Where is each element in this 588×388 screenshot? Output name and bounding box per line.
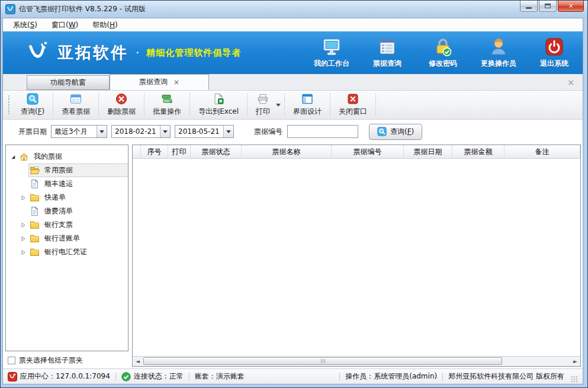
title-bar: 信管飞票据打印软件 V8.5.229 - 试用版 ✕	[1, 1, 587, 18]
tree-item-6[interactable]: 银行电汇凭证	[6, 245, 128, 259]
scrollbar-track[interactable]	[143, 357, 570, 366]
tree-connector	[20, 209, 26, 214]
tab-strip: 功能导航窗票据查询××	[3, 74, 583, 90]
menu-item-2[interactable]: 帮助(H)	[87, 19, 123, 31]
home-icon	[19, 152, 29, 162]
toolbar-button-inner: 关闭窗口	[334, 93, 372, 117]
minimize-button[interactable]	[520, 1, 538, 12]
folder-icon	[30, 233, 40, 243]
header-action-1[interactable]: 票据查询	[368, 37, 406, 69]
minimize-icon	[526, 7, 532, 9]
ticket-number-input[interactable]	[287, 125, 358, 138]
column-header-1[interactable]: 打印	[168, 145, 191, 158]
chevron-down-icon[interactable]	[276, 104, 281, 107]
toolbar-button-label: 批量操作	[153, 107, 181, 117]
column-header-7[interactable]: 备注	[505, 145, 580, 158]
toolbar-button-6[interactable]: 界面设计	[285, 91, 330, 119]
tree-item-2[interactable]: 快递单	[6, 191, 128, 204]
header-action-3[interactable]: 更换操作员	[480, 37, 518, 69]
power-icon	[544, 37, 564, 57]
toolbar-button-4[interactable]: 导出到Excel	[190, 91, 247, 119]
toolbar-button-1[interactable]: 查看票据	[53, 91, 98, 119]
scrollbar-thumb[interactable]	[143, 357, 502, 365]
document-icon	[30, 206, 40, 216]
include-subfolder-checkbox[interactable]	[8, 357, 15, 364]
toolbar-button-0[interactable]: 查询(F)	[12, 91, 53, 119]
toolbar-button-5[interactable]: 打印	[248, 91, 284, 119]
toolbar-button-3[interactable]: 批量操作	[144, 91, 189, 119]
tree-item-3[interactable]: 缴费清单	[6, 204, 128, 218]
column-header-0[interactable]: 序号	[141, 145, 168, 158]
folder-tree: 我的票据常用票据顺丰速运快递单缴费清单银行支票银行进账单银行电汇凭证	[5, 145, 128, 351]
date-to-dropdown-button[interactable]	[223, 126, 233, 137]
window-controls: ✕	[520, 1, 584, 12]
toolbar-button-7[interactable]: 关闭窗口	[330, 91, 375, 119]
date-from-select[interactable]: 2018-02-21	[111, 125, 171, 138]
tree-item-content: 银行进账单	[29, 232, 128, 245]
header-actions: 我的工作台票据查询修改密码更换操作员退出系统	[313, 37, 577, 69]
tree-expander-closed-icon[interactable]	[20, 195, 26, 201]
scroll-right-icon[interactable]: ►	[570, 357, 580, 366]
column-header-4[interactable]: 票据编号	[332, 145, 404, 158]
tree-item-label: 快递单	[43, 192, 68, 203]
tab-0[interactable]: 功能导航窗	[27, 75, 110, 90]
closewin-icon	[347, 93, 359, 105]
header-action-4[interactable]: 退出系统	[535, 37, 573, 69]
date-to-select[interactable]: 2018-05-21	[175, 125, 234, 138]
header-action-label: 修改密码	[429, 59, 457, 69]
column-header-3[interactable]: 票据名称	[242, 145, 332, 158]
statusbar-item-label: 操作员：系统管理员(admin)	[345, 371, 437, 381]
tree-item-content: 快递单	[29, 191, 128, 204]
toolbar-button-inner: 导出到Excel	[194, 93, 243, 117]
tree-root-item[interactable]: 我的票据	[6, 150, 128, 163]
main-area: 我的票据常用票据顺丰速运快递单缴费清单银行支票银行进账单银行电汇凭证 票夹选择包…	[3, 143, 583, 368]
toolbar-button-inner: 删除票据	[102, 93, 140, 117]
search-icon	[377, 127, 387, 136]
column-header-2[interactable]: 票据状态	[191, 145, 242, 158]
toolbar-button-inner: 查询(F)	[16, 93, 49, 117]
date-from-value: 2018-02-21	[112, 126, 160, 137]
header-action-0[interactable]: 我的工作台	[313, 37, 351, 69]
menu-item-0[interactable]: 系统(S)	[8, 19, 43, 31]
toolbar-grip[interactable]	[7, 95, 11, 114]
tree-item-1[interactable]: 顺丰速运	[6, 177, 128, 191]
client-area: 系统(S)窗口(W)帮助(H) 亚拓软件 · 精细化管理软件倡导者 我的工作台票…	[2, 18, 583, 384]
date-filter-label: 开票日期	[18, 127, 47, 137]
tree-expander-closed-icon[interactable]	[20, 249, 26, 255]
tree-expander-closed-icon[interactable]	[20, 236, 26, 242]
menu-bar: 系统(S)窗口(W)帮助(H)	[3, 18, 583, 31]
tree-expander-closed-icon[interactable]	[20, 222, 26, 228]
date-range-select[interactable]: 最近3个月	[51, 125, 107, 138]
date-range-dropdown-button[interactable]	[97, 126, 107, 137]
maximize-icon	[545, 4, 551, 8]
maximize-button[interactable]	[539, 1, 557, 12]
resize-grip-icon[interactable]	[571, 376, 578, 383]
statusbar-separator	[442, 373, 443, 381]
tabstrip-close-icon[interactable]: ×	[567, 78, 574, 86]
tab-1[interactable]: 票据查询×	[110, 74, 209, 90]
header-action-2[interactable]: 修改密码	[424, 37, 462, 69]
tree-item-0[interactable]: 常用票据	[6, 163, 128, 177]
date-from-dropdown-button[interactable]	[160, 126, 170, 137]
tree-item-4[interactable]: 银行支票	[6, 218, 128, 232]
print-icon	[257, 93, 269, 105]
column-header-6[interactable]: 票据金额	[452, 145, 505, 158]
tree-item-5[interactable]: 银行进账单	[6, 232, 128, 245]
application-window: 信管飞票据打印软件 V8.5.229 - 试用版 ✕ 系统(S)窗口(W)帮助(…	[0, 0, 588, 388]
query-button[interactable]: 查询(F)	[369, 124, 422, 140]
tree-root-label: 我的票据	[32, 151, 64, 162]
query-button-label: 查询(F)	[390, 127, 414, 137]
toolbar-button-2[interactable]: 删除票据	[99, 91, 144, 119]
header-action-label: 票据查询	[373, 59, 401, 69]
tree-expander-open-icon[interactable]	[10, 154, 16, 160]
column-header-5[interactable]: 票据日期	[404, 145, 452, 158]
statusbar-item-label: 郑州亚拓软件科技有限公司 版权所有	[448, 371, 564, 381]
menu-item-1[interactable]: 窗口(W)	[46, 19, 83, 31]
horizontal-scrollbar[interactable]: ◄ ►	[133, 356, 580, 366]
statusbar-item-0: 应用中心：127.0.0.1:7094	[8, 371, 110, 381]
folder-icon	[30, 220, 40, 230]
close-button[interactable]: ✕	[558, 1, 584, 12]
tree-item-label: 常用票据	[43, 165, 75, 176]
tab-close-icon[interactable]: ×	[173, 79, 179, 86]
scroll-left-icon[interactable]: ◄	[133, 357, 143, 366]
